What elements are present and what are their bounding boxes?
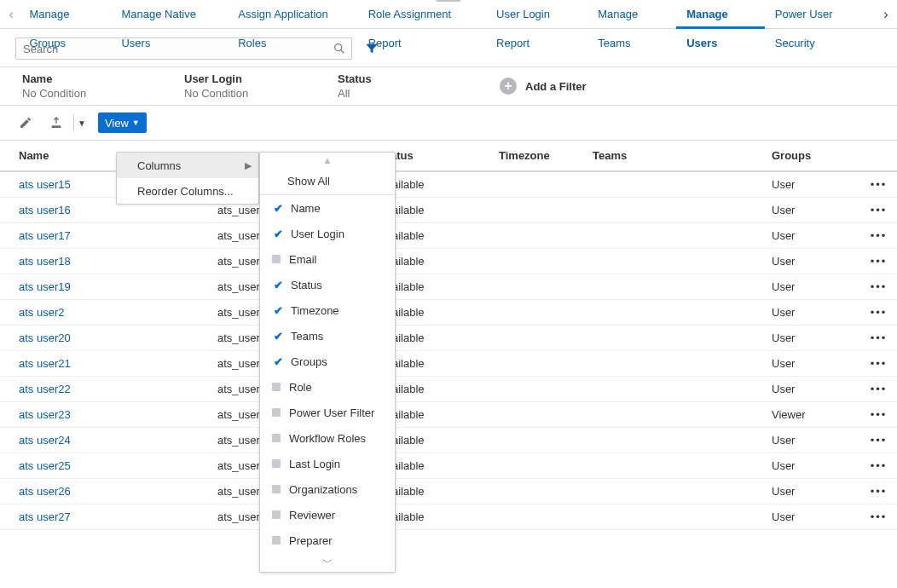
unchecked-box-icon: [272, 434, 281, 442]
table-row: ats user19ats_user19AvailableUser•••: [0, 274, 897, 300]
columns-menu-item-workflow-roles[interactable]: Workflow Roles: [260, 425, 395, 451]
columns-menu-item-status[interactable]: ✔Status: [260, 272, 395, 297]
tab-manage-teams[interactable]: Manage Teams: [587, 0, 676, 29]
row-actions-icon[interactable]: •••: [857, 351, 897, 377]
user-name-link[interactable]: ats user20: [19, 331, 71, 344]
cell-timezone: [490, 479, 584, 504]
tab-manage-groups[interactable]: Manage Groups: [19, 0, 111, 29]
col-header-teams[interactable]: Teams: [584, 141, 763, 171]
row-actions-icon[interactable]: •••: [857, 402, 897, 428]
user-name-link[interactable]: ats user23: [19, 408, 71, 421]
top-tabs: ‹ Manage GroupsManage Native UsersAssign…: [0, 0, 897, 29]
filter-login-label: User Login: [184, 72, 304, 85]
cell-groups: User: [763, 326, 857, 351]
cell-timezone: [490, 249, 584, 274]
user-name-link[interactable]: ats user15: [19, 178, 71, 191]
view-menu-columns[interactable]: Columns ▶: [117, 153, 258, 178]
search-icon[interactable]: [333, 42, 346, 55]
export-menu-caret-icon[interactable]: ▼: [78, 118, 86, 128]
user-name-link[interactable]: ats user2: [19, 306, 64, 319]
tab-manage-native-users[interactable]: Manage Native Users: [111, 0, 228, 29]
cell-teams: [584, 326, 763, 351]
row-actions-icon[interactable]: •••: [857, 377, 897, 402]
col-header-groups[interactable]: Groups: [763, 141, 857, 171]
search-box: [15, 37, 352, 60]
tab-user-login-report[interactable]: User Login Report: [486, 0, 587, 29]
row-actions-icon[interactable]: •••: [857, 326, 897, 351]
cell-teams: [584, 171, 763, 198]
cell-teams: [584, 351, 763, 377]
toolbar-separator: [73, 114, 74, 131]
filter-name[interactable]: Name No Condition: [22, 72, 150, 100]
columns-menu-scroll-up-icon[interactable]: ▲: [260, 153, 395, 168]
columns-menu-item-timezone[interactable]: ✔Timezone: [260, 297, 395, 323]
columns-menu-item-last-login[interactable]: Last Login: [260, 451, 395, 476]
filter-status-label: Status: [338, 72, 423, 85]
filter-login[interactable]: User Login No Condition: [184, 72, 304, 100]
user-name-link[interactable]: ats user26: [19, 485, 71, 498]
columns-menu-item-groups[interactable]: ✔Groups: [260, 349, 395, 374]
tab-assign-application-roles[interactable]: Assign Application Roles: [228, 0, 357, 29]
tabs-scroll-right-icon[interactable]: ›: [878, 7, 894, 22]
col-header-timezone[interactable]: Timezone: [490, 141, 584, 171]
cell-timezone: [490, 300, 584, 326]
row-actions-icon[interactable]: •••: [857, 453, 897, 479]
columns-menu-item-name[interactable]: ✔Name: [260, 195, 395, 221]
table-row: ats user25ats_user25AvailableUser•••: [0, 453, 897, 479]
table-row: ats user24ats_user24AvailableUser•••: [0, 428, 897, 453]
user-name-link[interactable]: ats user21: [19, 357, 71, 370]
user-name-link[interactable]: ats user18: [19, 255, 71, 268]
row-actions-icon[interactable]: •••: [857, 198, 897, 223]
user-name-link[interactable]: ats user25: [19, 459, 71, 472]
filter-status[interactable]: Status All: [338, 72, 423, 100]
row-actions-icon[interactable]: •••: [857, 479, 897, 504]
grid-toolbar: ▼ View ▼: [0, 106, 897, 141]
row-actions-icon[interactable]: •••: [857, 223, 897, 249]
user-name-link[interactable]: ats user27: [19, 510, 71, 523]
user-name-link[interactable]: ats user17: [19, 229, 71, 242]
user-name-link[interactable]: ats user19: [19, 280, 71, 293]
filter-login-value: No Condition: [184, 87, 304, 100]
export-icon[interactable]: [46, 112, 67, 133]
cell-teams: [584, 300, 763, 326]
tabs-scroll-left-icon[interactable]: ‹: [3, 7, 19, 22]
tab-role-assignment-report[interactable]: Role Assignment Report: [358, 0, 486, 29]
row-actions-icon[interactable]: •••: [857, 171, 897, 198]
cell-groups: User: [763, 377, 857, 402]
cell-groups: User: [763, 249, 857, 274]
view-button[interactable]: View ▼: [98, 112, 147, 133]
row-actions-icon[interactable]: •••: [857, 428, 897, 453]
columns-menu-item-reviewer[interactable]: Reviewer: [260, 502, 395, 527]
cell-timezone: [490, 223, 584, 249]
filter-status-value: All: [338, 87, 423, 100]
row-actions-icon[interactable]: •••: [857, 274, 897, 300]
table-row: ats user2ats_user2AvailableUser•••: [0, 300, 897, 326]
columns-menu-item-power-user-filter[interactable]: Power User Filter: [260, 400, 395, 425]
cell-groups: User: [763, 171, 857, 198]
filter-bar: Name No Condition User Login No Conditio…: [0, 66, 897, 106]
cell-teams: [584, 428, 763, 453]
columns-menu-item-teams[interactable]: ✔Teams: [260, 323, 395, 349]
columns-menu-item-organizations[interactable]: Organizations: [260, 476, 395, 502]
row-actions-icon[interactable]: •••: [857, 249, 897, 274]
tab-manage-users[interactable]: Manage Users: [676, 0, 765, 29]
columns-menu-item-user-login[interactable]: ✔User Login: [260, 221, 395, 246]
columns-menu-show-all[interactable]: Show All: [260, 168, 395, 195]
view-menu: Columns ▶ Reorder Columns...: [116, 152, 259, 205]
user-name-link[interactable]: ats user22: [19, 383, 71, 395]
columns-menu-item-preparer[interactable]: Preparer: [260, 527, 395, 530]
search-input[interactable]: [21, 42, 333, 56]
columns-menu-item-role[interactable]: Role: [260, 374, 395, 400]
columns-menu-item-email[interactable]: Email: [260, 246, 395, 272]
add-filter-button[interactable]: + Add a Filter: [500, 78, 587, 95]
row-actions-icon[interactable]: •••: [857, 504, 897, 530]
table-row: ats user20ats_user20AvailableUser•••: [0, 326, 897, 351]
view-menu-reorder[interactable]: Reorder Columns...: [117, 178, 258, 204]
tab-power-user-security[interactable]: Power User Security: [765, 0, 877, 29]
user-name-link[interactable]: ats user16: [19, 204, 71, 216]
edit-icon[interactable]: [15, 112, 36, 133]
user-name-link[interactable]: ats user24: [19, 434, 71, 447]
check-icon: ✔: [272, 304, 284, 317]
svg-line-1: [341, 50, 344, 54]
row-actions-icon[interactable]: •••: [857, 300, 897, 326]
